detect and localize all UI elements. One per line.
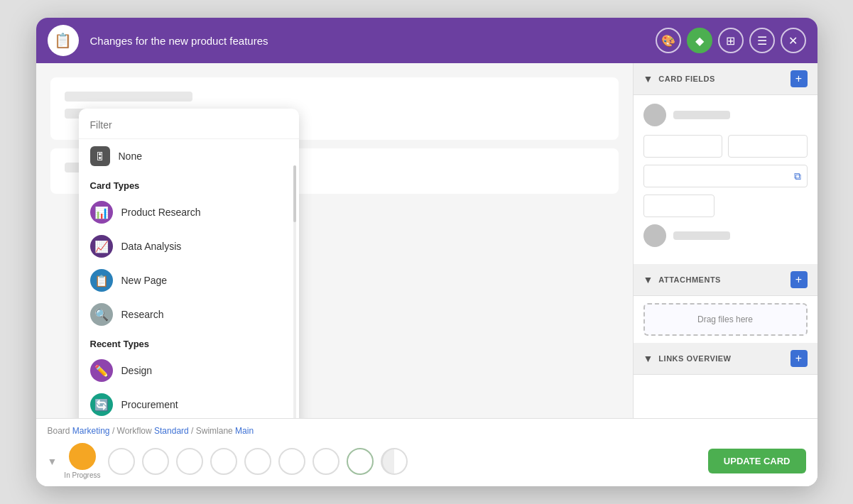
top-bar: 📋 Changes for the new product features 🎨…	[36, 18, 817, 63]
close-button[interactable]: ✕	[781, 28, 806, 53]
data-analysis-icon: 📈	[90, 235, 113, 258]
dropdown-filter-container	[79, 109, 299, 139]
page-title: Changes for the new product features	[90, 35, 656, 47]
avatar-row-2	[643, 224, 808, 247]
procurement-icon: 🔄	[90, 393, 113, 416]
top-bar-actions: 🎨 ◆ ⊞ ☰ ✕	[656, 28, 806, 53]
card-type-data-analysis[interactable]: 📈 Data Analysis	[79, 229, 299, 263]
chevron-attachments-icon: ▼	[643, 274, 653, 285]
attachments-section: Drag files here	[634, 303, 817, 336]
card-type-label: Data Analysis	[121, 241, 182, 252]
bottom-bar: Board Marketing / Workflow Standard / Sw…	[36, 418, 817, 486]
external-link-icon: ⧉	[794, 170, 801, 182]
card-type-new-page[interactable]: 📋 New Page	[79, 263, 299, 297]
workflow-step-circle-active[interactable]	[69, 443, 96, 470]
field-input-2[interactable]	[728, 135, 808, 158]
avatar-2	[643, 224, 666, 247]
field-input-short[interactable]	[643, 195, 715, 217]
workflow-step-8[interactable]	[313, 448, 339, 475]
chevron-icon: ▼	[643, 73, 653, 84]
avatar	[643, 104, 666, 126]
breadcrumb: Board Marketing / Workflow Standard / Sw…	[48, 426, 806, 436]
workflow-chevron-icon: ▼	[48, 456, 58, 467]
app-logo: 📋	[48, 25, 79, 56]
card-type-label: Design	[121, 365, 153, 376]
card-type-research[interactable]: 🔍 Research	[79, 297, 299, 332]
card-fields-section: ⧉	[634, 95, 817, 264]
chevron-links-icon: ▼	[643, 353, 653, 364]
add-attachment-button[interactable]: +	[790, 271, 808, 288]
workflow-step-7[interactable]	[278, 448, 305, 475]
layout-button[interactable]: ⊞	[718, 28, 744, 53]
field-row-1	[643, 135, 808, 158]
workflow-step-in-progress: In Progress	[64, 443, 100, 479]
workflow-step-6[interactable]	[244, 448, 271, 475]
card-type-label: Procurement	[121, 399, 178, 410]
workflow-step-5[interactable]	[210, 448, 237, 475]
add-link-button[interactable]: +	[790, 350, 808, 367]
card-fields-header: ▼ CARD FIELDS +	[634, 63, 817, 95]
scrollbar-thumb[interactable]	[293, 165, 296, 222]
main-content: ▼ CARD FIELDS + ⧉	[36, 63, 817, 418]
logo-icon: 📋	[54, 32, 72, 49]
links-overview-header: ▼ LINKS OVERVIEW +	[634, 343, 817, 375]
none-icon: 🎛	[90, 146, 110, 166]
attachments-label: ATTACHMENTS	[658, 275, 790, 284]
update-card-button[interactable]: UPDATE CARD	[708, 449, 806, 473]
drag-files-text: Drag files here	[697, 314, 753, 324]
design-icon: ✏️	[90, 359, 113, 382]
workflow-step-2[interactable]	[108, 448, 135, 475]
avatar-row	[643, 104, 808, 126]
add-card-field-button[interactable]: +	[790, 70, 808, 87]
attachments-header: ▼ ATTACHMENTS +	[634, 264, 817, 296]
avatar-text	[673, 111, 730, 119]
field-input-external[interactable]: ⧉	[643, 165, 808, 187]
menu-button[interactable]: ☰	[749, 28, 775, 53]
filter-input[interactable]	[90, 119, 288, 131]
new-page-icon: 📋	[90, 269, 113, 292]
breadcrumb-swimlane-prefix: / Swimlane	[191, 426, 235, 436]
card-types-section-label: Card Types	[79, 173, 299, 195]
scrollbar-track	[293, 165, 296, 418]
card-type-design[interactable]: ✏️ Design	[79, 354, 299, 388]
breadcrumb-board-link[interactable]: Marketing	[72, 426, 110, 436]
card-type-dropdown: 🎛 None Card Types 📊 Product Research 📈 D…	[79, 109, 299, 418]
palette-button[interactable]: 🎨	[656, 28, 681, 53]
card-fields-label: CARD FIELDS	[658, 75, 790, 83]
tag-button[interactable]: ◆	[687, 28, 712, 53]
breadcrumb-swimlane-link[interactable]: Main	[235, 426, 254, 436]
card-type-procurement[interactable]: 🔄 Procurement	[79, 388, 299, 418]
card-type-label: Research	[121, 309, 164, 320]
field-input-1[interactable]	[643, 135, 723, 158]
breadcrumb-board-prefix: Board	[48, 426, 72, 436]
drag-drop-area[interactable]: Drag files here	[643, 303, 808, 336]
recent-types-section-label: Recent Types	[79, 332, 299, 354]
workflow-step-10[interactable]	[381, 448, 408, 475]
breadcrumb-workflow-prefix: / Workflow	[112, 426, 154, 436]
workflow-step-4[interactable]	[176, 448, 203, 475]
app-window: 📋 Changes for the new product features 🎨…	[36, 18, 817, 486]
card-type-product-research[interactable]: 📊 Product Research	[79, 195, 299, 229]
product-research-icon: 📊	[90, 201, 113, 224]
card-type-label: Product Research	[121, 207, 201, 218]
placeholder-bar	[65, 92, 192, 102]
none-option[interactable]: 🎛 None	[79, 139, 299, 173]
links-overview-label: LINKS OVERVIEW	[658, 354, 790, 363]
right-panel: ▼ CARD FIELDS + ⧉	[633, 63, 817, 418]
card-type-label: New Page	[121, 275, 168, 286]
breadcrumb-workflow-link[interactable]: Standard	[154, 426, 189, 436]
workflow-step-3[interactable]	[142, 448, 169, 475]
workflow-row: ▼ In Progress UPDATE CARD	[48, 443, 806, 479]
none-label: None	[119, 150, 142, 162]
avatar-text-2	[673, 231, 730, 240]
workflow-step-9[interactable]	[347, 448, 374, 475]
research-icon: 🔍	[90, 303, 113, 326]
workflow-step-label: In Progress	[64, 471, 100, 479]
